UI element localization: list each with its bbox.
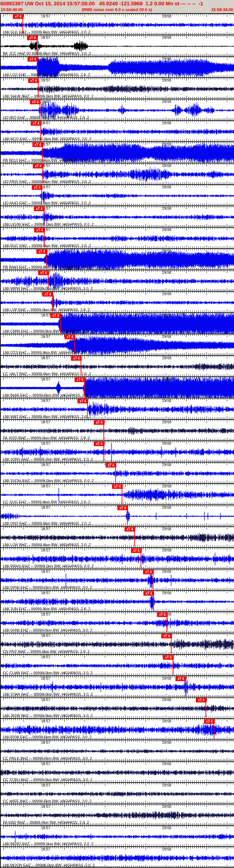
trace-row-UW-BHW[interactable]: 15:57 15:58 xT 4 UW BHW EHZ -- 99999.0km… xyxy=(0,376,234,398)
pick-flag[interactable]: xT 4 xyxy=(112,484,123,489)
trace-row-PB-B013[interactable]: 15:57 15:58 xT 4 PB B013 EHZ -- 99999.0k… xyxy=(0,141,234,163)
pick-flag-label: xT 4 xyxy=(113,484,122,489)
trace-row-UO-IRO[interactable]: 15:57 15:58 xT 4 UO IRO EHZ -- 99999.0km… xyxy=(0,99,234,120)
trace-row-UW-STAR[interactable]: 15:57 15:58 xT 4 UW STAR EHZ -- 99999.0k… xyxy=(0,675,234,697)
trace-row-UO-FRIS[interactable]: 15:57 15:58 xT 4 UO FRIS EHZ -- 99999.0k… xyxy=(0,163,234,184)
station-label: UW RYW EHZ -- 99999.0km BW .HIGHPASS. 2.… xyxy=(3,735,92,739)
trace-row-UW-BEND[interactable]: 15:57 15:58 UW BEND EHZ -- 99999.0km BW … xyxy=(0,825,234,846)
pick-flag[interactable]: xT 4 xyxy=(50,313,61,318)
time-label-minute1: 15:57 xyxy=(41,783,50,788)
pick-flag[interactable]: xT 4 xyxy=(27,57,38,62)
trace-row-UW-CMW[interactable]: 15:57 15:58 xT 4 UW CMW EHZ -- 99999.0km… xyxy=(0,312,234,334)
trace-row-UW-WPW[interactable]: 15:57 15:58 xT 4 UW WPW EHZ -- 99999.0km… xyxy=(0,270,234,291)
pick-flag[interactable]: xT 4 xyxy=(161,634,172,638)
station-label: UW GHW EHZ -- 99999.0km BW .HIGHPASS. 2.… xyxy=(3,628,92,633)
trace-row-UW-LVP[interactable]: 15:57 15:58 xT 4 UW LVP EHZ -- 99999.0km… xyxy=(0,291,234,312)
pick-flag-label: xT 4 xyxy=(205,719,214,724)
trace-row-UW-GPW[interactable]: 15:57 15:58 xT 4 UW GPW EHZ -- 99999.0km… xyxy=(0,569,234,590)
trace-row-CC-VALT[interactable]: 15:57 15:58 xT 4 CC VALT BHZ -- 99999.0k… xyxy=(0,355,234,376)
pick-flag[interactable]: xT 4 xyxy=(32,185,42,190)
trace-row-UW-JEDB[interactable]: 15:57 15:58 xT 4 UW JEDB BHZ -- 99999.0k… xyxy=(0,697,234,718)
time-label-minute2: 15:58 xyxy=(162,121,171,125)
trace-row-CC-SUG[interactable]: 15:57 15:58 xT 4 CC SUG EHZ -- 99999.0km… xyxy=(0,483,234,504)
trace-row-UW-RRHS[interactable]: 15:57 15:58 xT 4 UW RRHS EHZ -- 99999.0k… xyxy=(0,547,234,569)
pick-flag[interactable]: xT 4 xyxy=(196,698,207,702)
pick-flag[interactable]: xT 4 xyxy=(33,164,44,168)
pick-flag[interactable]: xT 4 xyxy=(28,78,39,83)
trace-row-UW-RYW[interactable]: 15:57 15:58 xT 4 UW RYW EHZ -- 99999.0km… xyxy=(0,718,234,739)
pick-flag[interactable]: xT 4 xyxy=(65,335,75,339)
pick-flag-label: xT 4 xyxy=(31,100,40,104)
time-label-minute2: 15:58 xyxy=(162,356,171,360)
pick-flag[interactable]: xT 4 xyxy=(13,14,24,19)
trace-row-UW-SHUK[interactable]: 15:57 15:58 xT 4 UW SHUK BHZ -- 99999.0k… xyxy=(0,77,234,99)
pick-flag[interactable]: xT 4 xyxy=(143,591,154,596)
pick-time-line xyxy=(122,488,122,504)
pick-flag[interactable]: xT 4 xyxy=(32,142,43,147)
pick-time-line xyxy=(185,681,186,696)
pick-flag-label: xT 4 xyxy=(32,185,42,190)
pick-flag[interactable]: xT 4 xyxy=(34,228,45,232)
time-label-minute2: 15:58 xyxy=(162,569,171,574)
station-label: UW SVOH EHZ -- 99999.0km BW .HIGHPASS. 2… xyxy=(3,479,94,483)
trace-row-BK-JCC[interactable]: 15:57 15:58 xT 4 BK JCC HHZ 00 99999.0km… xyxy=(0,35,234,56)
pick-flag[interactable]: xT 4 xyxy=(31,121,41,126)
pick-flag[interactable]: xT 4 xyxy=(38,271,49,275)
trace-row-UW-JUN[interactable]: 15:57 15:58 xT 4 UW JUN EHZ -- 99999.0km… xyxy=(0,590,234,611)
pick-time-line xyxy=(205,702,206,717)
trace-row-CC-TCBU[interactable]: 15:57 15:58 CC TCBU BHZ -- 99999.0km BW … xyxy=(0,761,234,782)
pick-flag[interactable]: xT 4 xyxy=(71,356,82,361)
trace-row-UW-LON[interactable]: 15:57 15:58 xT 4 UW LON BHZ -- 99999.0km… xyxy=(0,526,234,547)
trace-row-UW-GUL[interactable]: 15:57 15:58 xT 4 UW GUL EHZ -- 99999.0km… xyxy=(0,13,234,35)
trace-row-CC-PRLK[interactable]: 15:57 15:58 CC PRLK BHZ -- 99999.0km BW … xyxy=(0,739,234,761)
pick-flag[interactable]: xT 4 xyxy=(34,206,45,211)
pick-flag[interactable]: xT 4 xyxy=(94,441,105,446)
pick-flag[interactable]: xT 4 xyxy=(75,377,85,382)
pick-flag[interactable]: xT 4 xyxy=(27,36,38,40)
pick-flag[interactable]: xT 4 xyxy=(124,527,135,532)
trace-row-UW-LO2[interactable]: 15:57 15:58 xT 4 UW LO2 EHZ -- 99999.0km… xyxy=(0,56,234,77)
pick-time-line xyxy=(103,446,104,461)
trace-row-UW-SVOH[interactable]: 15:57 15:58 xT 4 UW SVOH EHZ -- 99999.0k… xyxy=(0,462,234,483)
time-label-minute2: 15:58 xyxy=(162,249,171,253)
trace-row-UW-JORV[interactable]: 15:57 15:58 xT 4 UW JORV EHZ -- 99999.0k… xyxy=(0,440,234,462)
pick-flag[interactable]: xT 4 xyxy=(117,506,128,510)
pick-flag[interactable]: xT 4 xyxy=(77,399,88,403)
pick-flag[interactable]: xT 4 xyxy=(94,420,105,425)
trace-row-CC-CLMB[interactable]: 15:57 15:58 xT 4 CC CLMB EHZ -- 99999.0k… xyxy=(0,654,234,675)
pick-flag-label: xT 4 xyxy=(78,399,88,403)
time-label-minute2: 15:58 xyxy=(162,206,171,211)
trace-row-UW-LKVW[interactable]: 15:57 15:58 xT 4 UW LKVW EHZ -- 99999.0k… xyxy=(0,205,234,227)
trace-row-UW-MOQN[interactable]: 15:57 15:58 UW MOQN EHZ -- 99999.0km BW … xyxy=(0,846,234,868)
trace-row-UO-HUO[interactable]: 15:57 15:58 xT 4 UO HUO EHZ -- 99999.0km… xyxy=(0,184,234,205)
pick-flag[interactable]: xT 4 xyxy=(131,548,142,553)
trace-row-UW-WAT[interactable]: 15:57 15:58 xT 4 UW WAT EHZ -- 99999.0km… xyxy=(0,398,234,419)
trace-row-UW-OT3[interactable]: 15:57 15:58 xT 4 UW OT3 EHZ -- 99999.0km… xyxy=(0,334,234,355)
time-label-minute1: 15:57 xyxy=(41,633,50,638)
pick-flag-label: xT 4 xyxy=(144,570,153,574)
trace-row-TA-I05D[interactable]: 15:57 15:58 TA I05D BHZ -- 99999.0km BW … xyxy=(0,804,234,825)
trace-row-UW-RVC[interactable]: 15:57 15:58 xT 4 UW RVC EHZ -- 99999.0km… xyxy=(0,227,234,248)
station-label: UW MOQN EHZ -- 99999.0km BW .HIGHPASS. 2… xyxy=(3,863,95,868)
station-label: TA J02D BHZ -- 99999.0km BW .HIGHPASS. 2… xyxy=(3,436,90,440)
station-label: BK JCC HHZ 00 99999.0km BW .HIGHPASS. 2.… xyxy=(3,51,91,56)
pick-flag[interactable]: xT 4 xyxy=(143,570,154,574)
pick-flag[interactable]: xT 4 xyxy=(157,612,168,617)
trace-row-PB-B943[interactable]: 15:57 15:58 xT 4 PB B943 EHZ -- 99999.0k… xyxy=(0,248,234,270)
pick-flag[interactable]: xT 4 xyxy=(36,249,47,254)
pick-flag[interactable]: xT 4 xyxy=(204,719,215,724)
station-label: CC WIFE BHZ -- 99999.0km BW .HIGHPASS. 2… xyxy=(3,799,92,804)
pick-flag[interactable]: xT 4 xyxy=(163,655,174,660)
trace-row-UW-NCO[interactable]: 15:57 15:58 xT 4 UW NCO EHZ -- 99999.0km… xyxy=(0,120,234,141)
trace-row-UW-ON2[interactable]: 15:57 15:58 xT 4 UW ON2 EHZ -- 99999.0km… xyxy=(0,504,234,526)
pick-flag[interactable]: xT 4 xyxy=(30,100,41,104)
pick-flag[interactable]: xT 4 xyxy=(42,292,53,297)
pick-flag[interactable]: xT 4 xyxy=(106,463,116,467)
trace-row-UW-GHW[interactable]: 15:57 15:58 xT 4 UW GHW EHZ -- 99999.0km… xyxy=(0,611,234,633)
trace-row-CN-PNT[interactable]: 15:57 15:58 xT 4 CN PNT BHZ -- 99999.0km… xyxy=(0,633,234,654)
pick-flag[interactable]: xT 4 xyxy=(176,676,186,681)
trace-row-TA-J02D[interactable]: 15:57 15:58 xT 4 TA J02D BHZ -- 99999.0k… xyxy=(0,419,234,440)
trace-row-CC-WIFE[interactable]: 15:57 15:58 CC WIFE BHZ -- 99999.0km BW … xyxy=(0,782,234,804)
pick-time-line xyxy=(173,659,173,675)
time-label-minute2: 15:58 xyxy=(162,292,171,296)
